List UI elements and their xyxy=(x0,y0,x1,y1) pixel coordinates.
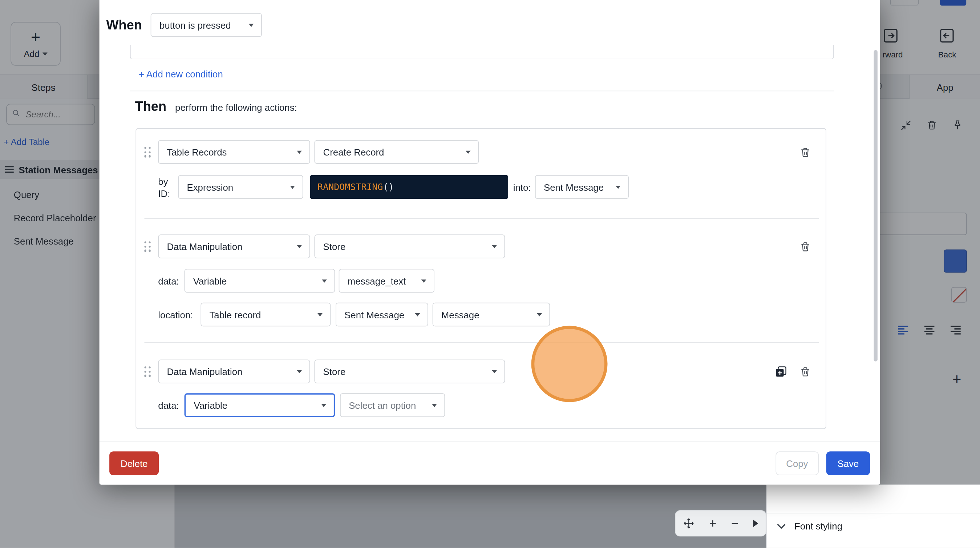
action2-category-select[interactable]: Data Manipulation xyxy=(158,234,310,258)
modal-footer: Delete Copy Save xyxy=(100,441,880,485)
drag-handle-icon[interactable] xyxy=(144,241,151,252)
zoom-out-icon[interactable]: − xyxy=(731,517,738,529)
action1-category-select[interactable]: Table Records xyxy=(158,140,310,164)
placeholder-value: Select an option xyxy=(349,400,416,410)
actions-card: Table Records Create Record by ID: Expre… xyxy=(135,128,826,429)
into-label: into: xyxy=(513,175,531,199)
action2-data-source-select[interactable]: Variable xyxy=(185,269,335,293)
action2-variable-select[interactable]: message_text xyxy=(339,269,434,293)
action3-variable-select[interactable]: Select an option xyxy=(340,393,445,417)
font-styling-section: Font styling xyxy=(767,485,980,548)
data-label: data: xyxy=(158,393,179,417)
selected-value: Data Manipulation xyxy=(167,241,242,252)
pan-icon[interactable] xyxy=(683,518,695,529)
selected-value: Table record xyxy=(209,309,261,320)
save-button[interactable]: Save xyxy=(826,451,870,475)
divider xyxy=(130,91,834,92)
when-label: When xyxy=(107,18,142,32)
copy-button[interactable]: Copy xyxy=(775,451,819,475)
chevron-down-icon xyxy=(317,313,323,316)
action1-into-table-select[interactable]: Sent Message xyxy=(535,175,629,199)
selected-value: Expression xyxy=(187,182,233,192)
app-window: + Add rward Back xyxy=(0,0,980,548)
trigger-value: button is pressed xyxy=(159,20,231,30)
chevron-down-icon xyxy=(322,279,327,282)
automation-modal: When button is pressed + Add new conditi… xyxy=(100,0,880,485)
divider xyxy=(767,513,980,513)
font-styling-label: Font styling xyxy=(794,521,842,531)
chevron-down-icon xyxy=(321,404,326,407)
then-row: Then perform the following actions: xyxy=(135,99,297,114)
condition-card-partial xyxy=(130,45,834,60)
then-caption: perform the following actions: xyxy=(175,102,297,112)
duplicate-action-button[interactable] xyxy=(773,363,788,380)
action2-operation-select[interactable]: Store xyxy=(315,234,505,258)
selected-value: Variable xyxy=(193,276,227,286)
chevron-down-icon xyxy=(249,24,254,27)
drag-handle-icon[interactable] xyxy=(144,147,151,157)
selected-value: Create Record xyxy=(323,147,384,157)
action1-value-source-select[interactable]: Expression xyxy=(178,175,303,199)
action3-category-select[interactable]: Data Manipulation xyxy=(158,359,310,383)
chevron-down-icon xyxy=(616,185,621,189)
delete-action3-button[interactable] xyxy=(798,363,813,380)
chevron-down-icon xyxy=(297,370,302,373)
divider xyxy=(144,218,819,219)
chevron-down-icon xyxy=(297,245,302,248)
delete-action1-button[interactable] xyxy=(798,144,813,160)
location-label: location: xyxy=(158,303,193,327)
drag-handle-icon[interactable] xyxy=(144,366,151,377)
selected-value: Store xyxy=(323,366,346,376)
selected-value: Sent Message xyxy=(544,182,604,192)
modal-scrollbar[interactable] xyxy=(874,50,878,362)
selected-value: Data Manipulation xyxy=(167,366,242,376)
chevron-down-icon xyxy=(492,370,497,373)
chevron-down-icon xyxy=(415,313,420,316)
action2-location-table-select[interactable]: Sent Message xyxy=(336,303,428,327)
add-condition-link[interactable]: + Add new condition xyxy=(139,68,223,79)
data-label: data: xyxy=(158,269,179,293)
chevron-down-icon xyxy=(537,313,542,316)
expression-args: () xyxy=(383,182,394,192)
when-row: When button is pressed xyxy=(107,13,262,37)
then-label: Then xyxy=(135,99,166,114)
canvas-zoom-toolbar: + − xyxy=(675,510,766,536)
selected-value: Store xyxy=(323,241,346,252)
chevron-down-icon xyxy=(777,523,786,529)
expression-editor[interactable]: RANDOMSTRING() xyxy=(310,175,508,199)
action2-location-column-select[interactable]: Message xyxy=(433,303,550,327)
action1-operation-select[interactable]: Create Record xyxy=(315,140,479,164)
delete-action2-button[interactable] xyxy=(798,238,813,255)
delete-button[interactable]: Delete xyxy=(109,451,159,475)
by-id-label: by ID: xyxy=(158,176,178,199)
action3-operation-select[interactable]: Store xyxy=(315,359,505,383)
chevron-down-icon xyxy=(297,150,302,154)
chevron-down-icon xyxy=(290,185,295,189)
expand-right-icon[interactable] xyxy=(753,520,758,527)
selected-value: Message xyxy=(441,309,479,320)
action2-location-type-select[interactable]: Table record xyxy=(200,303,331,327)
chevron-down-icon xyxy=(432,404,437,407)
chevron-down-icon xyxy=(422,279,426,282)
selected-value: message_text xyxy=(348,276,406,286)
selected-value: Variable xyxy=(194,400,228,410)
divider xyxy=(144,342,819,342)
font-styling-header[interactable]: Font styling xyxy=(777,521,842,531)
selected-value: Sent Message xyxy=(344,309,404,320)
zoom-in-icon[interactable]: + xyxy=(709,517,716,529)
chevron-down-icon xyxy=(492,245,497,248)
expression-function: RANDOMSTRING xyxy=(317,182,383,192)
action3-data-source-select[interactable]: Variable xyxy=(185,393,335,417)
trigger-select[interactable]: button is pressed xyxy=(151,13,262,37)
selected-value: Table Records xyxy=(167,147,227,157)
chevron-down-icon xyxy=(466,150,471,154)
